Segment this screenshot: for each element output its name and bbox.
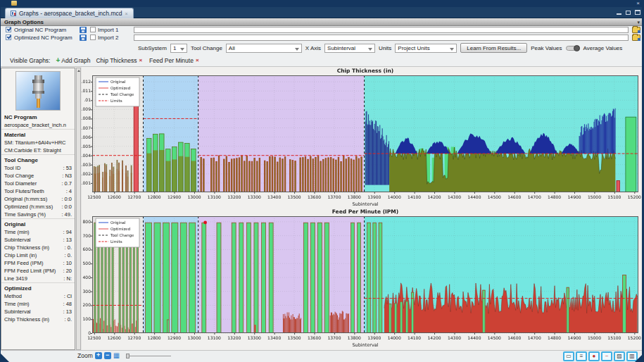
stat-label: Chip Limit (in) bbox=[4, 252, 37, 258]
stat-value: : 13 bbox=[61, 237, 72, 243]
stat-value: : 0. bbox=[63, 252, 72, 258]
stat-row: Time Savings (%): 49. bbox=[1, 211, 75, 218]
chip-thickness-chart[interactable] bbox=[82, 67, 642, 208]
units-label: Units bbox=[379, 45, 391, 51]
graphs-window: × Graphs - aerospace_bracket_inch.mcd × … bbox=[0, 0, 644, 362]
stat-row: Chip Thickness (in): 0. bbox=[1, 244, 75, 251]
stat-value: : 0. bbox=[63, 244, 72, 251]
tab-bar: Graphs - aerospace_bracket_inch.mcd × bbox=[0, 7, 644, 18]
stat-value: : 4 bbox=[65, 188, 72, 194]
subsystem-select[interactable]: 1 bbox=[170, 44, 187, 53]
sidebar-scrollbar[interactable] bbox=[76, 68, 81, 350]
sidebar-section: Tool ChangeTool ID: 53Tool Change: N3Too… bbox=[1, 154, 75, 218]
toggle-knob[interactable] bbox=[574, 45, 580, 51]
import2-browse-folder-icon[interactable] bbox=[632, 35, 640, 41]
curve-plot-button[interactable]: ~ bbox=[601, 351, 612, 361]
stat-row: Tool ID: 53 bbox=[1, 164, 75, 172]
window-edge-left bbox=[0, 0, 1, 362]
stat-value: : 20 bbox=[61, 268, 72, 274]
stat-label: Tool Change bbox=[4, 173, 34, 179]
minimize-icon[interactable] bbox=[617, 13, 621, 15]
stat-value: : N3 bbox=[61, 173, 72, 179]
original-nc-checkbox[interactable] bbox=[6, 27, 11, 32]
zoom-out-icon[interactable]: − bbox=[104, 352, 111, 359]
info-line: aerospace_bracket_inch.n bbox=[1, 121, 75, 129]
save-optimized-icon[interactable] bbox=[80, 35, 87, 41]
zoom-fit-icon[interactable]: ▦ bbox=[113, 352, 120, 359]
add-graph-button[interactable]: + Add Graph bbox=[56, 56, 90, 64]
fit-graph-button[interactable]: ▭ bbox=[563, 351, 574, 361]
zoom-slider-handle[interactable] bbox=[126, 354, 130, 358]
peak-average-toggle[interactable] bbox=[566, 46, 580, 51]
import1-field[interactable] bbox=[134, 27, 629, 33]
stat-row: Tool Diameter: 0.7 bbox=[1, 180, 75, 187]
plus-icon: + bbox=[56, 56, 60, 64]
visible-graphs-label: Visible Graphs: bbox=[10, 57, 50, 64]
stat-row: Line 3419: N: bbox=[1, 275, 75, 282]
optimized-nc-checkbox[interactable] bbox=[6, 35, 11, 40]
section-title: Original bbox=[1, 218, 75, 228]
tool-change-select[interactable]: All bbox=[226, 44, 302, 53]
status-bar: Zoom + − ▦ ▭≡●~▨▥ bbox=[0, 350, 644, 362]
point-plot-button[interactable]: ● bbox=[588, 351, 600, 361]
tab-close-icon[interactable]: × bbox=[125, 11, 127, 16]
stat-row: Optimized (h:mm:ss): 0:0 bbox=[1, 203, 75, 211]
stat-label: Chip Thickness (in) bbox=[4, 316, 49, 323]
remove-graph-icon[interactable]: × bbox=[196, 57, 199, 63]
stat-label: Original (h:mm:ss) bbox=[4, 196, 47, 202]
import1-checkbox[interactable] bbox=[90, 27, 96, 32]
stat-label: Method bbox=[4, 293, 22, 299]
graph-list-button[interactable]: ≡ bbox=[576, 351, 587, 361]
units-select[interactable]: Project Units bbox=[395, 44, 457, 53]
stat-label: Tool ID bbox=[4, 165, 20, 171]
stat-row: Subinterval: 13 bbox=[1, 308, 75, 316]
stat-label: Time (min) bbox=[4, 301, 30, 307]
import2-field[interactable] bbox=[134, 35, 629, 41]
x-axis-label: X Axis bbox=[305, 45, 321, 51]
feed-per-minute-chart[interactable] bbox=[82, 208, 642, 349]
zoom-in-icon[interactable]: + bbox=[95, 352, 102, 359]
maximize-icon[interactable] bbox=[635, 10, 640, 15]
tool-change-label: Tool Change bbox=[191, 45, 222, 51]
graph-tab-icon bbox=[11, 11, 16, 16]
stat-row: Tool Change: N3 bbox=[1, 172, 75, 180]
section-title: NC Program bbox=[1, 112, 75, 121]
sidebar-section: NC Programaerospace_bracket_inch.n bbox=[1, 112, 75, 129]
close-plot-button[interactable]: ▨ bbox=[614, 351, 625, 361]
x-axis-select[interactable]: Subinterval bbox=[324, 44, 375, 53]
stat-label: FPM Feed (IPM) bbox=[4, 260, 43, 266]
import2-checkbox[interactable] bbox=[90, 35, 96, 40]
learn-from-results-button[interactable]: Learn From Results... bbox=[460, 43, 527, 53]
graph-item-label: Chip Thickness bbox=[96, 57, 137, 64]
section-title: Material bbox=[1, 129, 75, 139]
stat-value: : 0:0 bbox=[60, 196, 72, 202]
charts-panel bbox=[82, 67, 642, 350]
collapse-chevron-icon[interactable]: ▾ bbox=[637, 18, 640, 26]
save-original-icon[interactable] bbox=[80, 27, 87, 33]
stat-value: : 13 bbox=[61, 308, 72, 315]
stat-label: FPM Feed Limit (IPM) bbox=[4, 268, 56, 274]
stat-row: Time (min): 94 bbox=[1, 228, 75, 236]
zoom-slider[interactable] bbox=[126, 356, 171, 356]
stat-label: Tool Flutes/Teeth bbox=[4, 188, 44, 194]
stat-value: : N: bbox=[62, 275, 72, 282]
visible-graph-item[interactable]: Chip Thickness× bbox=[96, 57, 142, 64]
visible-graph-item[interactable]: Feed Per Minute× bbox=[149, 57, 199, 64]
tab-graphs[interactable]: Graphs - aerospace_bracket_inch.mcd × bbox=[5, 8, 134, 18]
stat-row: Chip Thickness (in): 0. bbox=[1, 316, 75, 323]
sidebar-section: OriginalTime (min): 94Subinterval: 13Chi… bbox=[1, 218, 75, 282]
os-titlebar: × bbox=[0, 0, 644, 7]
graph-options-title: Graph Options bbox=[4, 19, 44, 25]
stat-value: : 53 bbox=[61, 165, 72, 171]
window-corner-left bbox=[0, 353, 9, 362]
section-title: Optimized bbox=[1, 282, 75, 292]
stat-value: : 0.7 bbox=[60, 180, 72, 187]
graph-options-header[interactable]: Graph Options ▾ bbox=[0, 18, 644, 26]
window-close-icon[interactable]: × bbox=[636, 0, 640, 7]
visible-graphs-bar: Visible Graphs: + Add Graph Chip Thickne… bbox=[0, 54, 644, 67]
stat-label: Time Savings (%) bbox=[4, 211, 46, 218]
remove-graph-icon[interactable]: × bbox=[139, 57, 142, 63]
restore-icon[interactable] bbox=[626, 11, 631, 15]
zoom-label: Zoom bbox=[77, 352, 93, 359]
import1-browse-folder-icon[interactable] bbox=[632, 27, 640, 33]
